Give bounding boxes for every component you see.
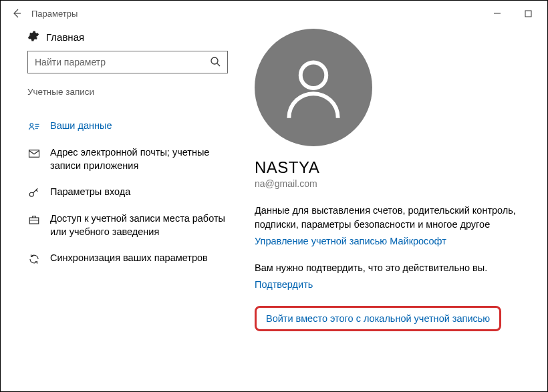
avatar	[255, 29, 372, 146]
svg-point-2	[30, 124, 33, 127]
billing-description: Данные для выставления счетов, родительс…	[255, 204, 534, 232]
briefcase-icon	[27, 214, 41, 226]
svg-point-4	[29, 192, 33, 196]
sidebar-item-label: Ваши данные	[50, 120, 112, 133]
titlebar: Параметры	[1, 1, 547, 26]
sidebar-item-signin[interactable]: Параметры входа	[27, 179, 228, 206]
verify-description: Вам нужно подтвердить, что это действите…	[255, 261, 534, 275]
sidebar-item-label: Параметры входа	[50, 186, 130, 199]
svg-rect-0	[525, 11, 531, 17]
maximize-icon	[525, 10, 532, 17]
home-label: Главная	[46, 31, 84, 43]
svg-point-1	[211, 57, 218, 64]
sidebar-item-sync[interactable]: Синхронизация ваших параметров	[27, 245, 228, 272]
sidebar-item-work[interactable]: Доступ к учетной записи места работы или…	[27, 206, 228, 245]
person-card-icon	[27, 121, 41, 133]
home-nav[interactable]: Главная	[27, 26, 228, 51]
gear-icon	[27, 30, 39, 44]
key-icon	[27, 187, 41, 199]
svg-rect-3	[29, 150, 39, 158]
mail-icon	[27, 148, 41, 160]
person-icon	[277, 51, 350, 124]
sidebar-item-email[interactable]: Адрес электронной почты; учетные записи …	[27, 140, 228, 179]
back-button[interactable]	[5, 1, 29, 25]
window-title: Параметры	[31, 9, 78, 19]
search-box[interactable]	[27, 51, 228, 73]
sidebar-item-your-info[interactable]: Ваши данные	[27, 113, 228, 140]
user-email: na@gmail.com	[255, 178, 534, 189]
sync-icon	[27, 253, 41, 265]
manage-account-link[interactable]: Управление учетной записью Майкрософт	[255, 236, 446, 246]
sidebar-item-label: Адрес электронной почты; учетные записи …	[50, 146, 228, 172]
svg-rect-5	[29, 218, 39, 224]
main-content: NASTYA na@gmail.com Данные для выставлен…	[255, 26, 534, 331]
local-account-link[interactable]: Войти вместо этого с локальной учетной з…	[266, 313, 490, 324]
username: NASTYA	[255, 158, 534, 177]
search-icon	[210, 56, 221, 69]
sidebar: Главная Учетные записи Ваши данные Адрес…	[27, 26, 228, 331]
minimize-icon	[493, 9, 501, 17]
section-title: Учетные записи	[27, 87, 228, 97]
maximize-button[interactable]	[513, 3, 543, 24]
highlight-annotation: Войти вместо этого с локальной учетной з…	[255, 306, 501, 331]
svg-point-6	[301, 62, 327, 87]
minimize-button[interactable]	[482, 3, 513, 24]
sidebar-item-label: Доступ к учетной записи места работы или…	[50, 212, 228, 238]
search-input[interactable]	[35, 57, 210, 67]
sidebar-item-label: Синхронизация ваших параметров	[50, 252, 208, 265]
verify-link[interactable]: Подтвердить	[255, 279, 313, 290]
arrow-left-icon	[11, 8, 22, 19]
